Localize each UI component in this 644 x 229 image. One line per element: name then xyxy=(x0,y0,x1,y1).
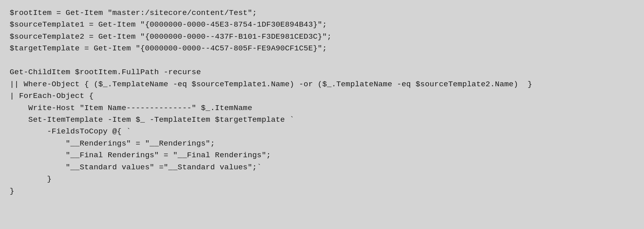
code-line: Write-Host "Item Name--------------" $_.… xyxy=(10,102,634,114)
code-line: Get-ChildItem $rootItem.FullPath -recurs… xyxy=(10,67,634,78)
code-line xyxy=(10,55,634,67)
code-line: } xyxy=(10,185,634,197)
code-line: "__Renderings" = "__Renderings"; xyxy=(10,138,634,150)
code-line: $rootItem = Get-Item "master:/sitecore/c… xyxy=(10,7,634,19)
code-line: || Where-Object { ($_.TemplateName -eq $… xyxy=(10,79,634,90)
code-container: $rootItem = Get-Item "master:/sitecore/c… xyxy=(0,0,644,229)
code-line: $sourceTemplate2 = Get-Item "{0000000-00… xyxy=(10,31,634,43)
code-line: Set-ItemTemplate -Item $_ -TemplateItem … xyxy=(10,114,634,126)
code-line: } xyxy=(10,173,634,185)
code-line: | ForEach-Object { xyxy=(10,90,634,102)
code-block: $rootItem = Get-Item "master:/sitecore/c… xyxy=(10,7,634,197)
code-line: "__Standard values" ="__Standard values"… xyxy=(10,162,634,173)
code-line: -FieldsToCopy @{ ` xyxy=(10,126,634,137)
code-line: $targetTemplate = Get-Item "{0000000-000… xyxy=(10,43,634,54)
code-line: $sourceTemplate1 = Get-Item "{0000000-00… xyxy=(10,19,634,31)
code-line: "__Final Renderings" = "__Final Renderin… xyxy=(10,150,634,161)
